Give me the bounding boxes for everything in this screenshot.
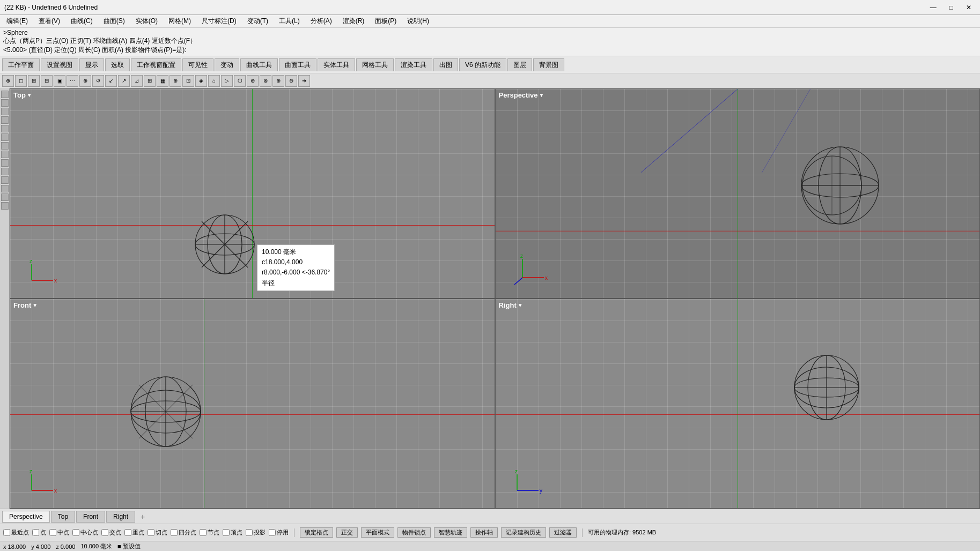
checkbox-quadrant[interactable] [171,529,178,536]
checkbox-intersect[interactable] [101,529,108,536]
add-tab-button[interactable]: + [136,511,149,523]
tool-icon-22[interactable]: ⊕ [272,75,284,87]
sidebar-tool-11[interactable] [1,176,9,184]
tab-curve-tools[interactable]: 曲线工具 [240,58,278,71]
tool-icon-14[interactable]: ⊕ [170,75,181,87]
menu-analysis[interactable]: 分析(A) [306,16,336,27]
sidebar-tool-1[interactable] [1,91,9,98]
tool-icon-8[interactable]: ↺ [92,75,104,87]
check-disable[interactable]: 停用 [269,528,289,537]
right-viewport-label[interactable]: Right ▼ [499,301,523,309]
tool-icon-18[interactable]: ▷ [221,75,233,87]
check-knot[interactable]: 节点 [200,528,219,537]
tool-icon-2[interactable]: ◻ [15,75,27,87]
sidebar-tool-7[interactable] [1,142,9,150]
viewport-top[interactable]: Top ▼ [10,88,495,299]
checkbox-disable[interactable] [269,529,276,536]
tool-icon-15[interactable]: ⊡ [182,75,194,87]
sidebar-tool-9[interactable] [1,159,9,167]
checkbox-center[interactable] [72,529,79,536]
sidebar-tool-6[interactable] [1,133,9,141]
menu-dimension[interactable]: 尺寸标注(D) [197,16,241,27]
checkbox-nearest[interactable] [3,529,10,536]
sidebar-tool-2[interactable] [1,99,9,107]
tab-layer[interactable]: 图层 [507,58,532,71]
bottom-tab-top[interactable]: Top [51,511,75,523]
btn-history[interactable]: 记录建构历史 [501,527,546,538]
minimize-button[interactable]: — [926,3,941,12]
tab-background[interactable]: 背景图 [533,58,564,71]
viewport-perspective[interactable]: Perspective ▼ [495,88,981,299]
menu-view[interactable]: 查看(V) [34,16,64,27]
bottom-tab-perspective[interactable]: Perspective [2,511,50,523]
btn-filter[interactable]: 过滤器 [549,527,577,538]
sidebar-tool-12[interactable] [1,185,9,192]
bottom-tab-right[interactable]: Right [106,511,135,523]
menu-edit[interactable]: 编辑(E) [2,16,32,27]
tool-icon-6[interactable]: ⋯ [67,75,78,87]
checkbox-heavy[interactable] [124,529,131,536]
menu-help[interactable]: 说明(H) [403,16,433,27]
tab-plot[interactable]: 出图 [433,58,458,71]
tab-setview[interactable]: 设置视图 [41,58,78,71]
top-viewport-label[interactable]: Top ▼ [13,91,32,99]
tool-icon-7[interactable]: ⊕ [79,75,91,87]
tool-icon-12[interactable]: ⊞ [144,75,156,87]
tool-icon-19[interactable]: ⬡ [234,75,246,87]
menu-transform[interactable]: 变动(T) [243,16,272,27]
perspective-viewport-label[interactable]: Perspective ▼ [499,91,544,99]
menu-curve[interactable]: 曲线(C) [67,16,97,27]
tab-visibility[interactable]: 可见性 [182,58,213,71]
check-center[interactable]: 中心点 [72,528,98,537]
tab-v6[interactable]: V6 的新功能 [459,58,506,71]
viewport-front[interactable]: Front ▼ z [10,299,495,509]
sidebar-tool-8[interactable] [1,151,9,158]
menu-tools[interactable]: 工具(L) [275,16,304,27]
tool-icon-11[interactable]: ⊿ [131,75,143,87]
close-button[interactable]: ✕ [962,3,976,12]
sidebar-tool-3[interactable] [1,108,9,115]
tab-viewport-config[interactable]: 工作视窗配置 [131,58,181,71]
btn-ortho[interactable]: 正交 [336,527,358,538]
sidebar-tool-14[interactable] [1,202,9,210]
btn-object-snap[interactable]: 物件锁点 [397,527,431,538]
maximize-button[interactable]: □ [945,3,957,12]
check-midpoint[interactable]: 中点 [49,528,69,537]
sidebar-tool-4[interactable] [1,116,9,124]
sidebar-tool-13[interactable] [1,193,9,201]
checkbox-tangent[interactable] [148,529,154,536]
tool-icon-13[interactable]: ▦ [157,75,168,87]
tab-render-tools[interactable]: 渲染工具 [395,58,432,71]
tool-icon-4[interactable]: ⊟ [41,75,53,87]
tool-icon-21[interactable]: ⊗ [260,75,271,87]
tool-icon-16[interactable]: ◈ [195,75,207,87]
tab-surface-tools[interactable]: 曲面工具 [279,58,316,71]
tab-display[interactable]: 显示 [79,58,104,71]
front-viewport-label[interactable]: Front ▼ [13,301,38,309]
menu-panel[interactable]: 面板(P) [371,16,401,27]
checkbox-vertex[interactable] [223,529,230,536]
checkbox-project[interactable] [246,529,253,536]
check-vertex[interactable]: 顶点 [223,528,242,537]
btn-gumball[interactable]: 操作轴 [470,527,498,538]
sidebar-tool-10[interactable] [1,168,9,175]
check-heavy[interactable]: 重点 [124,528,144,537]
tool-icon-9[interactable]: ↙ [105,75,117,87]
check-tangent[interactable]: 切点 [148,528,167,537]
tool-icon-3[interactable]: ⊞ [28,75,40,87]
command-line3[interactable]: <5.000> (直径(D) 定位(Q) 周长(C) 面积(A) 投影物件锁点(… [3,46,977,55]
tool-icon-23[interactable]: ⊖ [285,75,297,87]
check-intersect[interactable]: 交点 [101,528,121,537]
menu-surface[interactable]: 曲面(S) [99,16,129,27]
checkbox-knot[interactable] [200,529,207,536]
menu-render[interactable]: 渲染(R) [338,16,369,27]
tool-icon-10[interactable]: ↗ [118,75,130,87]
btn-plane-mode[interactable]: 平面模式 [361,527,394,538]
checkbox-point[interactable] [32,529,39,536]
tab-select[interactable]: 选取 [105,58,130,71]
tab-solid-tools[interactable]: 实体工具 [318,58,355,71]
tab-workplane[interactable]: 工作平面 [2,58,40,71]
tool-icon-1[interactable]: ⊕ [2,75,14,87]
viewport-right[interactable]: Right ▼ z y [495,299,981,509]
btn-lock-grid[interactable]: 锁定格点 [300,527,333,538]
